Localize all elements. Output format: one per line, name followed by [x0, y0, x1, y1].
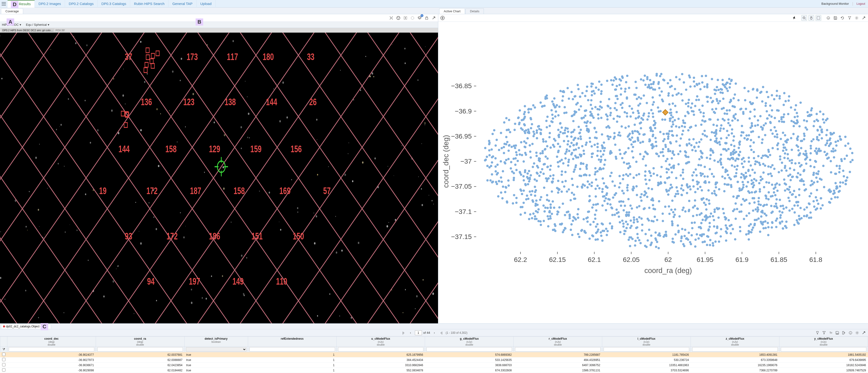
svg-point-1798 [600, 101, 602, 103]
tab-rubin-hips[interactable]: Rubin HiPS Search [130, 0, 168, 7]
table-row[interactable]: -36.902797362.0088887true1384.4524434533… [0, 357, 868, 363]
filter-input-i_cModelFlux[interactable] [603, 347, 689, 351]
tab-general-tap[interactable]: General TAP [168, 0, 196, 7]
svg-point-1414 [626, 75, 628, 77]
filter-input-z_cModelFlux[interactable] [692, 347, 778, 351]
save-chart-icon[interactable] [833, 15, 838, 21]
tab-dp02-images[interactable]: DP0.2 Images [35, 0, 65, 7]
table-row[interactable]: -36.902437762.0037681true1625.1679956574… [0, 352, 868, 357]
table-expand-icon[interactable] [861, 330, 867, 336]
table-scroll-wrap[interactable]: coord_dec(deg)doublecoord_ra(deg)doubled… [0, 336, 868, 373]
tools-icon[interactable] [389, 15, 394, 21]
table-row[interactable]: -36.902909862.0184482true1552.0834678674… [0, 368, 868, 373]
gear-icon[interactable] [854, 15, 860, 21]
svg-point-106 [348, 153, 348, 154]
zoom-reset-icon[interactable]: 1x [826, 15, 831, 21]
row-checkbox[interactable] [2, 358, 5, 361]
zoom-in-icon[interactable] [801, 15, 807, 21]
svg-point-1896 [566, 148, 568, 151]
svg-point-390 [533, 133, 535, 135]
page-first-icon[interactable]: |‹ [401, 330, 406, 336]
pin-icon[interactable] [792, 15, 797, 21]
table-gear-icon[interactable] [854, 330, 860, 336]
svg-point-1755 [743, 160, 746, 163]
filter-input-u_cModelFlux[interactable] [338, 347, 424, 351]
svg-point-2273 [736, 157, 738, 160]
svg-point-869 [491, 148, 493, 151]
svg-point-494 [620, 87, 623, 90]
projection-dropdown[interactable]: Equ / Spherical▾ [26, 23, 50, 26]
table-save-icon[interactable] [834, 330, 840, 336]
svg-point-988 [693, 171, 695, 173]
filter-input-coord_dec[interactable] [9, 347, 94, 351]
filter-input-refExtendedness[interactable] [249, 347, 335, 351]
select-box-icon[interactable] [815, 15, 821, 21]
filter-input-g_cModelFlux[interactable] [427, 347, 512, 351]
tab-dp02-catalogs[interactable]: DP0.2 Catalogs [65, 0, 98, 7]
restore-icon[interactable] [840, 15, 845, 21]
expand-arrow-icon[interactable] [431, 15, 437, 21]
pan-icon[interactable] [808, 15, 814, 21]
page-number-input[interactable] [415, 331, 422, 335]
svg-point-2152 [694, 85, 696, 87]
col-header-z_cModelFlux[interactable]: z_cModelFlux(nJy)double [691, 337, 779, 347]
col-header-detect_isPrimary[interactable]: detect_isPrimaryboolean [184, 337, 248, 347]
filter-icon[interactable] [847, 15, 852, 21]
hamburger-menu-button[interactable] [0, 0, 7, 7]
col-header-coord_ra[interactable]: coord_ra(deg)double [96, 337, 184, 347]
subtab-coverage[interactable]: Coverage [1, 8, 23, 14]
sky-image-canvas[interactable]: 3717311718033136123138144261441581291591… [0, 33, 438, 323]
table-text-icon[interactable]: Tт [828, 330, 834, 336]
table-row[interactable]: -36.903667162.0423854true13310.968284638… [0, 363, 868, 368]
lock-icon[interactable] [424, 15, 430, 21]
funnel-icon[interactable]: ⧩ [2, 347, 5, 351]
table-addcol-icon[interactable] [841, 330, 847, 336]
col-header-y_cModelFlux[interactable]: y_cModelFlux(nJy)double [779, 337, 868, 347]
tab-upload[interactable]: Upload [196, 0, 216, 7]
add-chart-icon[interactable] [440, 15, 445, 21]
filter-input-r_cModelFlux[interactable] [515, 347, 600, 351]
row-checkbox[interactable] [2, 363, 5, 366]
svg-point-1919 [563, 140, 565, 142]
col-header-r_cModelFlux[interactable]: r_cModelFlux(nJy)double [514, 337, 602, 347]
svg-point-131 [90, 142, 91, 144]
tab-dp03-catalogs[interactable]: DP0.3 Catalogs [98, 0, 130, 7]
col-header-u_cModelFlux[interactable]: u_cModelFlux(nJy)double [336, 337, 425, 347]
page-last-icon[interactable]: ›| [438, 330, 444, 336]
svg-point-2106 [653, 145, 655, 148]
col-header-i_cModelFlux[interactable]: i_cModelFlux(nJy)double [602, 337, 691, 347]
svg-point-2507 [577, 84, 579, 86]
center-icon[interactable] [403, 15, 408, 21]
svg-point-1287 [711, 131, 713, 134]
filter-select-detect_isPrimary[interactable] [186, 347, 246, 351]
table-actions-icon[interactable] [815, 330, 820, 336]
background-monitor-link[interactable]: Background Monitor [822, 2, 849, 5]
col-header-g_cModelFlux[interactable]: g_cModelFlux(nJy)double [425, 337, 514, 347]
row-checkbox[interactable] [2, 368, 5, 372]
table-info-icon[interactable]: i [848, 330, 854, 336]
page-prev-icon[interactable]: ‹ [408, 330, 413, 336]
row-checkbox[interactable] [2, 353, 5, 356]
chart-expand-icon[interactable] [861, 15, 867, 21]
svg-point-961 [592, 203, 595, 206]
col-header-coord_dec[interactable]: coord_dec(deg)double [7, 337, 96, 347]
svg-point-2302 [684, 154, 687, 157]
region-icon[interactable] [410, 15, 415, 21]
svg-point-134 [353, 99, 354, 101]
svg-point-1813 [671, 125, 673, 128]
svg-point-355 [778, 120, 781, 122]
subtab-details[interactable]: Details [465, 8, 484, 14]
svg-point-1098 [665, 160, 667, 163]
scatter-chart-canvas[interactable]: −36.85−36.9−36.95−37−37.05−37.1−37.1562.… [438, 22, 868, 323]
svg-point-953 [546, 145, 549, 147]
page-next-icon[interactable]: › [431, 330, 437, 336]
svg-point-2461 [629, 139, 632, 141]
table-filter-icon[interactable] [821, 330, 827, 336]
layers-icon[interactable] [417, 15, 423, 21]
filter-input-coord_ra[interactable] [97, 347, 183, 351]
filter-input-y_cModelFlux[interactable] [781, 347, 866, 351]
subtab-active-chart[interactable]: Active Chart [439, 8, 465, 14]
color-palette-icon[interactable] [396, 15, 401, 21]
col-header-refExtendedness[interactable]: refExtendedness [248, 337, 336, 347]
logout-link[interactable]: Logout [857, 2, 865, 5]
